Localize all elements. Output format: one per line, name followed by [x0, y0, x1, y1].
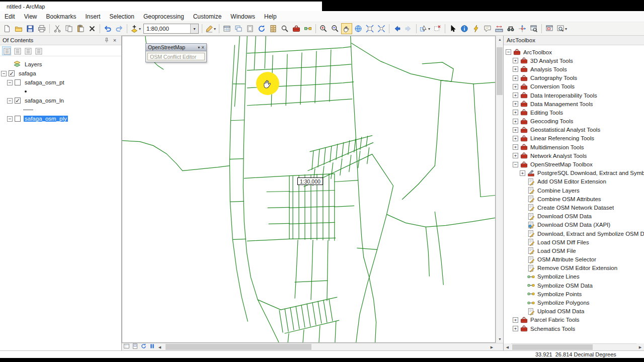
layer-visibility-checkbox[interactable]	[15, 79, 21, 85]
vscroll-thumb[interactable]	[497, 47, 503, 95]
expand-icon[interactable]: +	[513, 127, 518, 133]
collapse-icon[interactable]: −	[7, 116, 13, 122]
menu-bookmarks[interactable]: Bookmarks	[41, 11, 80, 22]
goto-xy-button[interactable]	[517, 23, 528, 34]
legend-symbol-row[interactable]	[0, 105, 121, 114]
measure-button[interactable]	[494, 23, 505, 34]
data-view-button[interactable]	[123, 344, 130, 350]
toolbox-item[interactable]: Symbolize OSM Data	[504, 281, 644, 290]
toolbox-item[interactable]: +Parcel Fabric Tools	[504, 316, 644, 324]
arctoolbox-button[interactable]	[291, 23, 302, 34]
hyperlink-button[interactable]	[470, 23, 481, 34]
osm-toolbar-titlebar[interactable]: OpenStreetMap ▾ ×	[145, 43, 207, 51]
expand-icon[interactable]: +	[513, 101, 518, 107]
expand-icon[interactable]: +	[513, 153, 518, 158]
dropdown-caret-icon[interactable]: ▾	[428, 27, 430, 31]
toolbox-item[interactable]: +Network Analyst Tools	[504, 151, 644, 160]
zoom-in-button[interactable]	[318, 23, 329, 34]
toolbox-item[interactable]: Download, Extract and Symbolize OSM Da	[504, 229, 644, 238]
layer-item[interactable]: −✓safaga	[0, 69, 121, 78]
expand-icon[interactable]: +	[520, 170, 525, 176]
dropdown-caret-icon[interactable]: ▾	[214, 27, 216, 31]
expand-icon[interactable]: +	[513, 136, 518, 141]
dataframe-item[interactable]: Layers	[0, 60, 121, 69]
toolbox-horizontal-scrollbar[interactable]: ◀ ▶	[504, 343, 644, 350]
toolbox-item[interactable]: Symbolize Points	[504, 290, 644, 298]
toolbox-item[interactable]: +Conversion Tools	[504, 82, 644, 91]
toolbox-item[interactable]: −ArcToolbox	[504, 48, 644, 56]
line-symbol-swatch[interactable]	[23, 110, 33, 110]
map-scale-combo[interactable]: 1:80,000▾	[143, 24, 199, 34]
list-by-selection-button[interactable]	[34, 46, 43, 55]
identify-button[interactable]	[459, 23, 470, 34]
expand-icon[interactable]: +	[513, 317, 518, 323]
catalog-button[interactable]	[268, 23, 279, 34]
new-document-button[interactable]	[2, 23, 13, 34]
dropdown-caret-icon[interactable]: ▾	[565, 27, 567, 31]
list-by-drawing-order-button[interactable]	[2, 46, 11, 55]
select-elements-button[interactable]	[447, 23, 458, 34]
toolbar-menu-caret-icon[interactable]: ▾	[198, 45, 200, 50]
scroll-right-icon[interactable]: ▶	[488, 343, 496, 351]
toolbox-item[interactable]: +Schematics Tools	[504, 324, 644, 333]
table-button[interactable]	[221, 23, 232, 34]
expand-icon[interactable]: +	[513, 66, 518, 72]
expand-icon[interactable]: +	[513, 119, 518, 124]
pause-drawing-button[interactable]	[148, 344, 156, 350]
map-viewport[interactable]: OpenStreetMap ▾ × OSM Conflict Editor	[122, 36, 496, 343]
expand-icon[interactable]: +	[513, 58, 518, 63]
toolbox-item[interactable]: Load OSM Diff Files	[504, 238, 644, 246]
map-horizontal-scrollbar[interactable]: ◀ ▶	[156, 343, 496, 350]
menu-selection[interactable]: Selection	[105, 11, 139, 22]
pan-button[interactable]	[341, 23, 352, 34]
find-button[interactable]	[505, 23, 516, 34]
point-symbol-swatch[interactable]	[25, 90, 27, 93]
delete-x-button[interactable]	[87, 23, 98, 34]
menu-geoprocessing[interactable]: Geoprocessing	[139, 11, 189, 22]
forward-button[interactable]	[403, 23, 414, 34]
legend-symbol-row[interactable]	[0, 87, 121, 96]
toolbox-item[interactable]: OSM Attribute Selector	[504, 255, 644, 264]
toolbox-item[interactable]: +3D Analyst Tools	[504, 56, 644, 65]
menu-edit[interactable]: Edit	[0, 11, 20, 22]
save-button[interactable]	[25, 23, 36, 34]
layer-item[interactable]: −safaga_osm_pt	[0, 78, 121, 87]
zoom-out-button[interactable]	[330, 23, 341, 34]
copy-button[interactable]	[63, 23, 74, 34]
overview-window-button[interactable]	[544, 23, 555, 34]
toolbox-item[interactable]: Symbolize Polygons	[504, 298, 644, 307]
list-by-visibility-button[interactable]	[23, 46, 32, 55]
modelbuilder-button[interactable]	[302, 23, 313, 34]
toolbox-scroll-left-icon[interactable]: ◀	[504, 343, 511, 351]
toolbox-item[interactable]: Create OSM Network Dataset	[504, 203, 644, 212]
viewer-window-button[interactable]	[528, 23, 539, 34]
dropdown-caret-icon[interactable]: ▾	[139, 27, 141, 31]
paste-button[interactable]	[75, 23, 86, 34]
openstreetmap-floating-toolbar[interactable]: OpenStreetMap ▾ × OSM Conflict Editor	[145, 43, 207, 62]
layout-button[interactable]	[245, 23, 256, 34]
redo-button[interactable]	[114, 23, 125, 34]
data-frame-button[interactable]	[233, 23, 244, 34]
toolbox-item[interactable]: Download OSM Data (XAPI)	[504, 221, 644, 229]
toolbox-scroll-right-icon[interactable]: ▶	[636, 343, 644, 351]
menu-insert[interactable]: Insert	[81, 11, 105, 22]
legend-symbol-row[interactable]	[0, 123, 121, 132]
expand-icon[interactable]: +	[513, 84, 518, 89]
cut-button[interactable]	[52, 23, 63, 34]
combo-dropdown-icon[interactable]: ▾	[190, 24, 198, 33]
toolbox-item[interactable]: +Geostatistical Analyst Tools	[504, 126, 644, 134]
menu-help[interactable]: Help	[260, 11, 281, 22]
expand-icon[interactable]: +	[513, 93, 518, 98]
layer-visibility-checkbox[interactable]: ✓	[9, 70, 15, 76]
refresh-view-button[interactable]	[140, 344, 147, 350]
osm-toolbar-close-icon[interactable]: ×	[201, 45, 204, 50]
close-icon[interactable]: ×	[111, 36, 119, 44]
toolbox-item[interactable]: Upload OSM Data	[504, 307, 644, 316]
toolbox-item[interactable]: +Linear Referencing Tools	[504, 134, 644, 143]
full-extent-button[interactable]	[353, 23, 364, 34]
toolbox-item[interactable]: Symbolize Lines	[504, 273, 644, 281]
toolbox-item[interactable]: +PostgreSQL Download, Extract and Symbo	[504, 169, 644, 177]
toolbox-item[interactable]: Remove OSM Editor Extension	[504, 264, 644, 273]
toolbox-item[interactable]: +Data Interoperability Tools	[504, 91, 644, 100]
toolbox-item[interactable]: +Multidimension Tools	[504, 143, 644, 151]
